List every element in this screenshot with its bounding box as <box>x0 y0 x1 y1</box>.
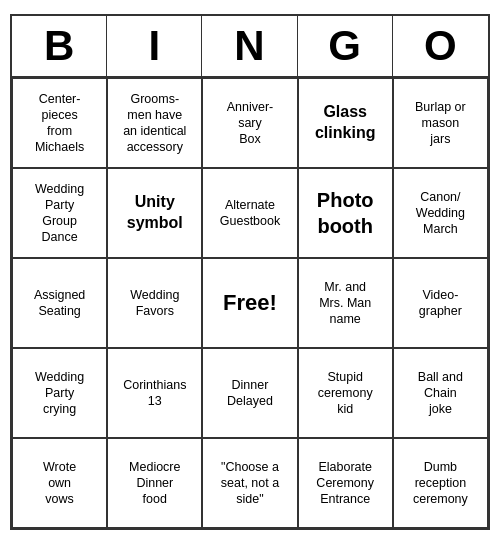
bingo-cell-6[interactable]: Unitysymbol <box>107 168 202 258</box>
bingo-cell-13[interactable]: Mr. andMrs. Manname <box>298 258 393 348</box>
bingo-cell-5[interactable]: WeddingPartyGroupDance <box>12 168 107 258</box>
bingo-cell-7[interactable]: AlternateGuestbook <box>202 168 297 258</box>
bingo-cell-12[interactable]: Free! <box>202 258 297 348</box>
bingo-cell-19[interactable]: Ball andChainjoke <box>393 348 488 438</box>
bingo-cell-16[interactable]: Corinthians13 <box>107 348 202 438</box>
bingo-cell-15[interactable]: WeddingPartycrying <box>12 348 107 438</box>
bingo-cell-18[interactable]: Stupidceremonykid <box>298 348 393 438</box>
bingo-cell-0[interactable]: Center-piecesfromMichaels <box>12 78 107 168</box>
bingo-letter-n: N <box>202 16 297 76</box>
bingo-cell-1[interactable]: Grooms-men havean identicalaccessory <box>107 78 202 168</box>
bingo-grid: Center-piecesfromMichaelsGrooms-men have… <box>12 78 488 528</box>
bingo-letter-b: B <box>12 16 107 76</box>
bingo-cell-8[interactable]: Photobooth <box>298 168 393 258</box>
bingo-letter-g: G <box>298 16 393 76</box>
bingo-letter-o: O <box>393 16 488 76</box>
bingo-cell-9[interactable]: Canon/WeddingMarch <box>393 168 488 258</box>
bingo-cell-22[interactable]: "Choose aseat, not aside" <box>202 438 297 528</box>
bingo-card: BINGO Center-piecesfromMichaelsGrooms-me… <box>10 14 490 530</box>
bingo-cell-23[interactable]: ElaborateCeremonyEntrance <box>298 438 393 528</box>
bingo-cell-24[interactable]: Dumbreceptionceremony <box>393 438 488 528</box>
bingo-cell-11[interactable]: WeddingFavors <box>107 258 202 348</box>
bingo-cell-17[interactable]: DinnerDelayed <box>202 348 297 438</box>
bingo-cell-4[interactable]: Burlap ormasonjars <box>393 78 488 168</box>
bingo-cell-3[interactable]: Glassclinking <box>298 78 393 168</box>
bingo-cell-2[interactable]: Anniver-saryBox <box>202 78 297 168</box>
bingo-cell-20[interactable]: Wroteownvows <box>12 438 107 528</box>
bingo-cell-10[interactable]: AssignedSeating <box>12 258 107 348</box>
bingo-letter-i: I <box>107 16 202 76</box>
bingo-cell-21[interactable]: MediocreDinnerfood <box>107 438 202 528</box>
bingo-header: BINGO <box>12 16 488 78</box>
bingo-cell-14[interactable]: Video-grapher <box>393 258 488 348</box>
